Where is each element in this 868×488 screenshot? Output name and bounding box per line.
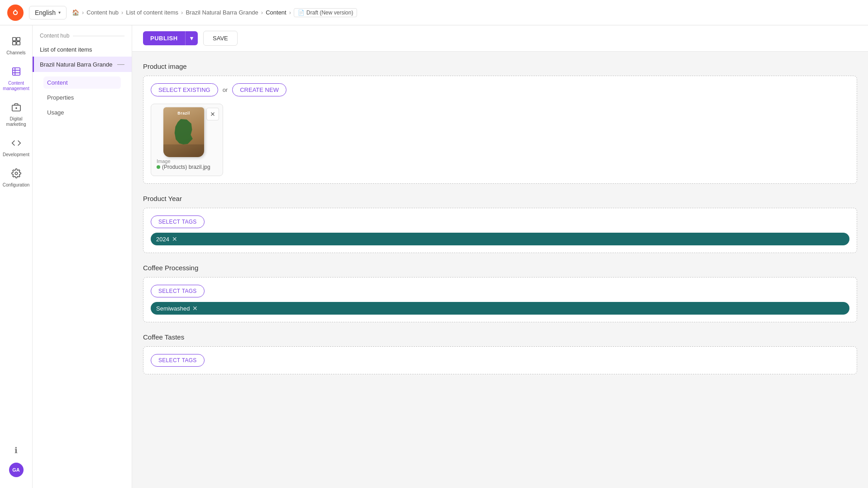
- panel-divider: [73, 36, 124, 36]
- product-year-tags: 2024 ✕: [151, 233, 849, 245]
- product-image-section: Product image SELECT EXISTING or CREATE …: [143, 62, 857, 184]
- product-year-box: SELECT TAGS 2024 ✕: [143, 208, 857, 253]
- language-label: English: [35, 9, 56, 16]
- remove-tag-semiwashed-button[interactable]: ✕: [192, 305, 198, 312]
- sidebar: Channels Content management: [0, 25, 33, 488]
- select-existing-button[interactable]: SELECT EXISTING: [151, 83, 218, 96]
- coffee-processing-box: SELECT TAGS Semiwashed ✕: [143, 277, 857, 322]
- sidebar-item-content-management[interactable]: Content management: [3, 63, 30, 95]
- draft-badge[interactable]: 📄 Draft (New version): [294, 8, 357, 17]
- coffee-processing-tags: Semiwashed ✕: [151, 302, 849, 315]
- remove-tag-2024-button[interactable]: ✕: [172, 235, 177, 243]
- image-actions: SELECT EXISTING or CREATE NEW: [151, 83, 849, 96]
- breadcrumb-sep-2: ›: [121, 9, 123, 16]
- coffee-tastes-box: SELECT TAGS: [143, 346, 857, 374]
- minus-icon: —: [117, 60, 124, 68]
- development-icon: [11, 138, 21, 150]
- main-layout: Channels Content management: [0, 25, 868, 488]
- breadcrumb: 🏠 › Content hub › List of content items …: [72, 8, 358, 17]
- tag-chip-semiwashed: Semiwashed ✕: [151, 302, 849, 315]
- publish-dropdown-icon[interactable]: ▾: [185, 31, 198, 45]
- coffee-tastes-section: Coffee Tastes SELECT TAGS: [143, 333, 857, 374]
- coffee-tastes-title: Coffee Tastes: [143, 333, 857, 341]
- selected-item-text: Brazil Natural Barra Grande: [40, 61, 112, 68]
- product-year-title: Product Year: [143, 195, 857, 202]
- tag-chip-semiwashed-label: Semiwashed: [156, 305, 190, 312]
- image-label-text: Image: [157, 158, 217, 164]
- svg-rect-5: [12, 42, 15, 45]
- home-icon[interactable]: 🏠: [72, 9, 79, 16]
- breadcrumb-content-hub[interactable]: Content hub: [86, 9, 119, 16]
- sidebar-item-info[interactable]: ℹ: [3, 442, 30, 459]
- sidebar-item-digital-marketing[interactable]: Digital marketing: [3, 99, 30, 131]
- publish-label: PUBLISH: [143, 31, 185, 45]
- breadcrumb-sep-4: ›: [261, 9, 263, 16]
- panel-nav-properties-label: Properties: [47, 94, 74, 101]
- product-year-section: Product Year SELECT TAGS 2024 ✕: [143, 195, 857, 253]
- svg-rect-6: [16, 42, 19, 45]
- top-nav: English ▾ 🏠 › Content hub › List of cont…: [0, 0, 868, 25]
- product-year-tags-row: SELECT TAGS: [151, 215, 849, 228]
- panel-nav-content[interactable]: Content: [43, 77, 121, 89]
- sidebar-bottom: ℹ GA: [3, 442, 30, 481]
- panel-selected-item[interactable]: Brazil Natural Barra Grande —: [33, 57, 132, 72]
- panel-section-title-text: Content hub: [40, 33, 69, 39]
- coffee-processing-select-tags-button[interactable]: SELECT TAGS: [151, 285, 205, 297]
- coffee-tastes-tags-row: SELECT TAGS: [151, 354, 849, 367]
- svg-point-14: [15, 172, 18, 175]
- create-new-button[interactable]: CREATE NEW: [232, 83, 286, 96]
- content-management-icon: [11, 67, 21, 79]
- panel-list-title: List of content items: [33, 43, 132, 57]
- draft-label: Draft (New version): [306, 10, 353, 16]
- info-icon: ℹ: [14, 445, 18, 455]
- coffee-processing-tags-row: SELECT TAGS: [151, 285, 849, 297]
- sidebar-item-digital-marketing-label: Digital marketing: [5, 116, 27, 127]
- sidebar-item-channels[interactable]: Channels: [3, 33, 30, 59]
- tag-chip-2024: 2024 ✕: [151, 233, 849, 245]
- list-title-text: List of content items: [40, 46, 92, 53]
- breadcrumb-list[interactable]: List of content items: [126, 9, 178, 16]
- image-filename: (Products) brazil.jpg: [162, 164, 210, 170]
- digital-marketing-icon: [11, 102, 21, 115]
- logo[interactable]: [7, 5, 24, 21]
- breadcrumb-section: Content: [266, 9, 286, 16]
- remove-image-button[interactable]: [206, 108, 219, 120]
- product-year-select-tags-button[interactable]: SELECT TAGS: [151, 215, 205, 228]
- coffee-processing-title: Coffee Processing: [143, 264, 857, 272]
- sidebar-item-development[interactable]: Development: [3, 134, 30, 161]
- coffee-tastes-select-tags-button[interactable]: SELECT TAGS: [151, 354, 205, 367]
- tag-chip-2024-label: 2024: [156, 236, 169, 243]
- left-panel: Content hub List of content items Brazil…: [33, 25, 132, 488]
- content-area: PUBLISH ▾ SAVE Product image SELECT EXIS…: [132, 25, 868, 488]
- image-file-info: (Products) brazil.jpg: [157, 164, 217, 170]
- breadcrumb-item[interactable]: Brazil Natural Barra Grande: [186, 9, 258, 16]
- image-preview: Brazil: [157, 110, 211, 155]
- product-image-box: SELECT EXISTING or CREATE NEW: [143, 76, 857, 184]
- panel-nav-properties[interactable]: Properties: [40, 91, 124, 105]
- svg-rect-7: [12, 68, 20, 76]
- panel-section-header: Content hub: [33, 33, 132, 43]
- product-image-title: Product image: [143, 62, 857, 70]
- panel-nav-usage[interactable]: Usage: [40, 105, 124, 120]
- sidebar-item-content-management-label: Content management: [3, 81, 29, 91]
- panel-nav-content-label: Content: [47, 79, 68, 86]
- panel-nav-usage-label: Usage: [47, 109, 64, 116]
- breadcrumb-sep-5: ›: [289, 9, 291, 16]
- status-dot: [157, 165, 160, 169]
- svg-rect-3: [12, 38, 15, 41]
- chevron-down-icon: ▾: [58, 10, 61, 15]
- document-icon: 📄: [298, 10, 305, 16]
- sidebar-item-configuration[interactable]: Configuration: [3, 165, 30, 191]
- save-button[interactable]: SAVE: [203, 31, 238, 46]
- image-card: Brazil Image (Products) brazil.jpg: [151, 104, 223, 176]
- main-scroll: Product image SELECT EXISTING or CREATE …: [132, 52, 868, 488]
- svg-point-2: [14, 10, 16, 11]
- sidebar-item-configuration-label: Configuration: [3, 182, 29, 188]
- coffee-processing-section: Coffee Processing SELECT TAGS Semiwashed…: [143, 264, 857, 322]
- configuration-icon: [11, 168, 21, 181]
- svg-rect-4: [16, 38, 19, 41]
- or-text: or: [223, 86, 228, 93]
- user-avatar[interactable]: GA: [9, 463, 24, 477]
- language-selector[interactable]: English ▾: [29, 6, 67, 19]
- publish-button[interactable]: PUBLISH ▾: [143, 31, 198, 45]
